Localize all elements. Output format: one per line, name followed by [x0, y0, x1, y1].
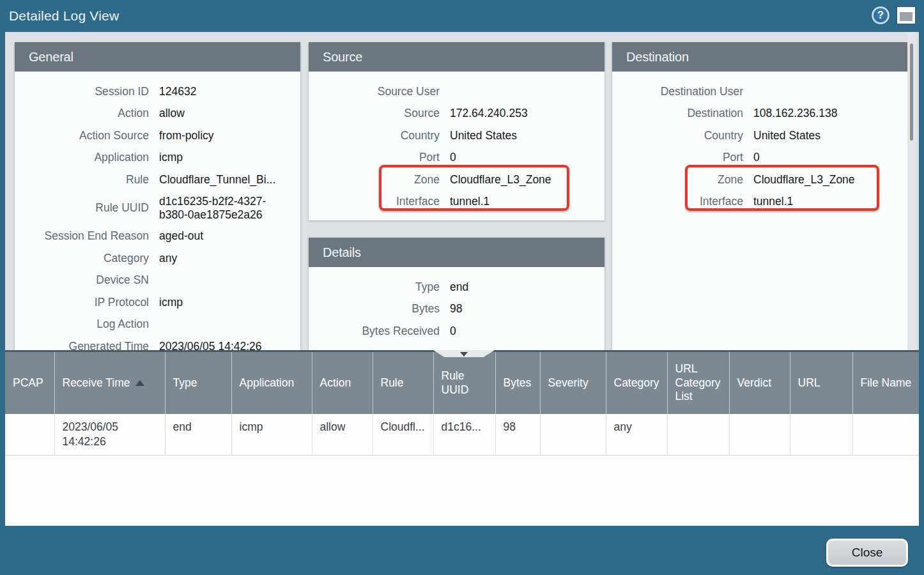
- field-value: 172.64.240.253: [450, 107, 528, 120]
- field-row: Rule UUIDd1c16235-b2f2-4327-b380-0ae1875…: [15, 191, 300, 226]
- column-header-pcap[interactable]: PCAP: [5, 352, 54, 414]
- column-header-category[interactable]: Category: [606, 352, 667, 414]
- field-row: Typeend: [309, 276, 604, 298]
- field-value: any: [159, 252, 177, 265]
- field-value: allow: [159, 107, 185, 120]
- cell-rule-uuid: d1c16...: [433, 414, 495, 455]
- field-value: tunnel.1: [450, 195, 489, 208]
- general-panel-body: Session ID124632 Actionallow Action Sour…: [15, 72, 300, 350]
- field-label: Country: [612, 129, 743, 142]
- field-row: Device SN: [15, 270, 300, 292]
- log-detail-region: General Session ID124632 Actionallow Act…: [5, 32, 919, 350]
- column-header-label: Receive Time: [63, 376, 130, 389]
- details-panel-header: Details: [309, 238, 604, 267]
- field-label: Action Source: [15, 129, 149, 142]
- field-value: d1c16235-b2f2-4327-b380-0ae1875e2a26: [159, 195, 287, 222]
- field-value: end: [450, 280, 468, 294]
- field-value: icmp: [159, 151, 183, 164]
- field-value: from-policy: [159, 129, 214, 142]
- window-icon-glyph: [900, 12, 912, 21]
- page-title: Detailed Log View: [0, 8, 119, 24]
- field-row: Session ID124632: [15, 80, 300, 103]
- destination-panel-header: Destination: [612, 42, 911, 72]
- column-header-application[interactable]: Application: [231, 352, 312, 414]
- field-row: Interfacetunnel.1: [612, 191, 911, 213]
- field-label: Destination: [612, 107, 743, 120]
- field-row: Action Sourcefrom-policy: [15, 125, 300, 147]
- table-header-row: PCAP Receive Time Type Application Actio…: [5, 352, 919, 414]
- field-value: 124632: [159, 85, 196, 98]
- field-label: Source: [309, 107, 440, 120]
- field-row: ZoneCloudflare_L3_Zone: [309, 169, 604, 191]
- field-row: Source User: [309, 80, 604, 103]
- chevron-down-icon: [460, 352, 468, 356]
- column-header-url-category-list[interactable]: URL Category List: [667, 352, 729, 414]
- column-header-action[interactable]: Action: [312, 352, 373, 414]
- field-value: Cloudflare_L3_Zone: [753, 173, 855, 187]
- field-label: Session End Reason: [15, 229, 149, 243]
- field-label: Generated Time: [15, 340, 149, 350]
- column-header-type[interactable]: Type: [165, 352, 231, 414]
- cell-pcap: [5, 414, 54, 455]
- field-row: Applicationicmp: [15, 147, 300, 169]
- vertical-scrollbar-thumb[interactable]: [910, 43, 913, 141]
- sort-asc-icon: [135, 380, 144, 386]
- cell-type: end: [165, 414, 231, 455]
- field-value: United States: [450, 129, 517, 142]
- destination-panel-body: Destination User Destination108.162.236.…: [612, 72, 911, 350]
- field-label: Type: [309, 280, 440, 294]
- column-header-severity[interactable]: Severity: [540, 352, 606, 414]
- dialog-titlebar: Detailed Log View ?: [0, 0, 924, 32]
- column-header-file-name[interactable]: File Name: [852, 352, 919, 414]
- field-label: Interface: [612, 195, 743, 208]
- field-value: 0: [450, 151, 456, 164]
- field-label: Action: [15, 107, 149, 120]
- field-value: 108.162.236.138: [753, 107, 837, 120]
- help-icon[interactable]: ?: [872, 6, 889, 24]
- column-header-rule-uuid[interactable]: Rule UUID: [433, 352, 495, 414]
- window-icon[interactable]: [897, 7, 915, 24]
- log-row[interactable]: 2023/06/05 14:42:26 end icmp allow Cloud…: [5, 414, 919, 455]
- destination-panel: Destination Destination User Destination…: [612, 42, 911, 350]
- field-label: Interface: [309, 195, 440, 208]
- column-header-receive-time[interactable]: Receive Time: [54, 352, 165, 414]
- vertical-scrollbar-track[interactable]: [907, 32, 916, 350]
- source-panel: Source Source User Source172.64.240.253 …: [309, 42, 604, 220]
- field-label: Port: [309, 151, 440, 164]
- field-label: Application: [15, 151, 149, 164]
- field-label: Category: [15, 252, 149, 265]
- field-row: Categoryany: [15, 247, 300, 270]
- general-panel-header: General: [15, 42, 300, 72]
- field-row: IP Protocolicmp: [15, 291, 300, 314]
- field-row: CountryUnited States: [309, 125, 604, 147]
- field-row: CountryUnited States: [612, 125, 911, 147]
- field-value: 98: [450, 302, 462, 316]
- cell-receive-time: 2023/06/05 14:42:26: [54, 414, 165, 455]
- cell-application: icmp: [231, 414, 312, 455]
- cell-category: any: [606, 414, 667, 455]
- titlebar-icons: ?: [872, 6, 915, 24]
- field-label: Zone: [309, 173, 440, 187]
- field-value: Cloudflare_L3_Zone: [450, 173, 551, 187]
- column-header-rule[interactable]: Rule: [373, 352, 433, 414]
- field-row: Destination User: [612, 80, 911, 103]
- close-button[interactable]: Close: [826, 539, 908, 567]
- column-header-verdict[interactable]: Verdict: [729, 352, 790, 414]
- cell-file-name: [852, 414, 919, 455]
- column-header-url[interactable]: URL: [790, 352, 852, 414]
- details-panel-body: Typeend Bytes98 Bytes Received0: [309, 267, 604, 350]
- field-value: United States: [753, 129, 820, 142]
- field-value: icmp: [159, 296, 183, 309]
- column-header-bytes[interactable]: Bytes: [495, 352, 540, 414]
- field-row: Destination108.162.236.138: [612, 103, 911, 125]
- cell-action: allow: [312, 414, 373, 455]
- cell-verdict: [729, 414, 790, 455]
- field-row: Actionallow: [15, 103, 300, 125]
- field-row: Port0: [309, 147, 604, 169]
- field-value: 2023/06/05 14:42:26: [159, 340, 262, 350]
- field-label: Destination User: [612, 85, 743, 98]
- cell-url-category-list: [667, 414, 729, 455]
- field-label: Rule: [15, 173, 149, 187]
- field-label: Session ID: [15, 85, 149, 98]
- details-panel: Details Typeend Bytes98 Bytes Received0: [309, 238, 604, 350]
